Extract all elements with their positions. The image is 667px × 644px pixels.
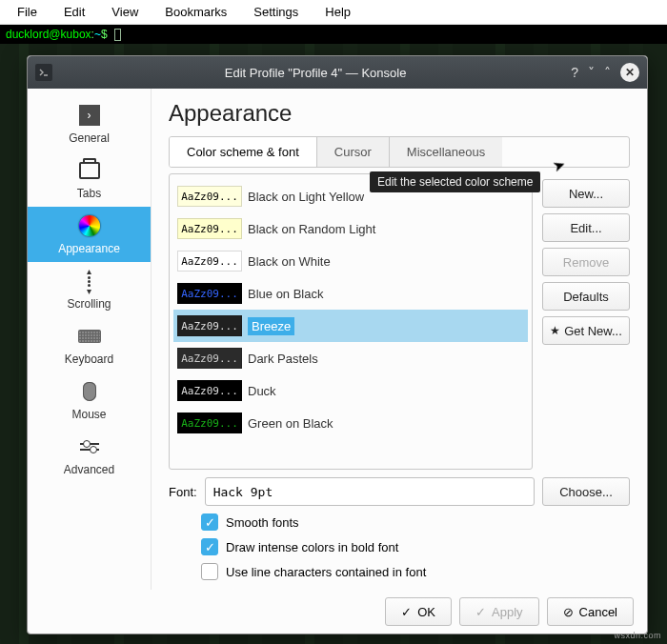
dialog-button-row: ✓OK ✓Apply ⊘Cancel [28, 590, 647, 634]
checkbox-icon [201, 513, 218, 531]
prompt-user-host: ducklord@kubox [6, 28, 91, 41]
sidebar-item-label: Keyboard [65, 352, 113, 366]
scheme-preview: AaZz09... [177, 315, 242, 336]
sidebar-item-appearance[interactable]: Appearance [28, 207, 151, 262]
chevron-right-icon: › [79, 105, 100, 126]
check-icon: ✓ [401, 605, 412, 619]
menu-edit[interactable]: Edit [51, 1, 98, 23]
scheme-preview: AaZz09... [177, 251, 242, 272]
tab-miscellaneous[interactable]: Miscellaneous [390, 137, 502, 167]
menu-bookmarks[interactable]: Bookmarks [152, 1, 240, 23]
defaults-button[interactable]: Defaults [542, 282, 630, 311]
terminal-cursor [114, 29, 121, 41]
ok-button[interactable]: ✓OK [385, 597, 452, 626]
color-scheme-row[interactable]: AaZz09...Breeze [173, 310, 528, 342]
scheme-preview: AaZz09... [177, 283, 242, 304]
scheme-name: Dark Pastels [248, 352, 318, 366]
scroll-icon: ▴▾ [87, 268, 91, 295]
sidebar-item-mouse[interactable]: Mouse [28, 372, 151, 428]
scheme-name: Black on White [248, 254, 331, 269]
color-scheme-row[interactable]: AaZz09...Duck [173, 374, 528, 407]
check-icon: ✓ [475, 605, 486, 619]
edit-button[interactable]: Edit... [542, 213, 630, 242]
sidebar-item-tabs[interactable]: Tabs [28, 151, 151, 207]
font-label: Font: [169, 485, 197, 499]
keyboard-icon [78, 330, 101, 343]
maximize-icon[interactable]: ˄ [604, 65, 611, 80]
apply-button[interactable]: ✓Apply [459, 597, 539, 626]
terminal-prompt[interactable]: ducklord@kubox:~$ [0, 25, 667, 44]
menubar: File Edit View Bookmarks Settings Help [0, 0, 667, 25]
checkbox-icon [201, 563, 218, 580]
sidebar-item-label: Advanced [64, 463, 114, 476]
mouse-icon [83, 382, 96, 401]
scheme-name: Breeze [248, 317, 294, 335]
star-icon: ★ [550, 324, 560, 337]
scheme-name: Black on Light Yellow [248, 190, 364, 204]
close-icon[interactable]: ✕ [620, 63, 639, 82]
color-scheme-row[interactable]: AaZz09...Green on Black [173, 407, 528, 439]
titlebar[interactable]: Edit Profile "Profile 4" — Konsole ? ˅ ˄… [28, 56, 647, 89]
sidebar-item-label: Mouse [71, 408, 106, 421]
color-wheel-icon [79, 215, 100, 236]
tab-color-scheme-font[interactable]: Color scheme & font [170, 137, 317, 167]
scheme-preview: AaZz09... [177, 348, 242, 369]
cancel-button[interactable]: ⊘Cancel [547, 597, 634, 626]
remove-button[interactable]: Remove [542, 248, 630, 276]
color-scheme-row[interactable]: AaZz09...Black on Random Light [173, 212, 528, 245]
sidebar-item-scrolling[interactable]: ▴▾ Scrolling [28, 262, 151, 317]
bold-intense-checkbox[interactable]: Draw intense colors in bold font [201, 538, 630, 555]
prompt-path: ~ [94, 28, 101, 41]
menu-view[interactable]: View [98, 1, 152, 23]
checkbox-icon [201, 538, 218, 555]
sidebar-item-keyboard[interactable]: Keyboard [28, 317, 151, 372]
scheme-name: Duck [248, 384, 276, 398]
color-scheme-row[interactable]: AaZz09...Blue on Black [173, 277, 528, 310]
watermark: wsxdn.com [614, 631, 661, 640]
color-scheme-list[interactable]: AaZz09...Black on Light YellowAaZz09...B… [169, 173, 533, 470]
menu-file[interactable]: File [4, 1, 51, 23]
minimize-icon[interactable]: ˅ [588, 65, 595, 80]
scheme-preview: AaZz09... [177, 380, 242, 401]
scheme-preview: AaZz09... [177, 218, 242, 239]
sidebar-item-label: Tabs [77, 187, 101, 200]
choose-font-button[interactable]: Choose... [542, 477, 630, 506]
sidebar-item-label: Appearance [58, 242, 120, 255]
window-controls: ? ˅ ˄ ✕ [571, 63, 639, 82]
help-icon[interactable]: ? [571, 65, 578, 80]
new-button[interactable]: New... [542, 179, 630, 208]
category-sidebar: › General Tabs Appearance ▴▾ Scrolling K… [28, 89, 152, 590]
line-chars-checkbox[interactable]: Use line characters contained in font [201, 563, 630, 580]
terminal-icon [35, 64, 52, 81]
sidebar-item-general[interactable]: › General [28, 96, 151, 151]
tab-cursor[interactable]: Cursor [317, 137, 390, 167]
menu-settings[interactable]: Settings [240, 1, 312, 23]
cancel-icon: ⊘ [563, 605, 574, 619]
scheme-preview: AaZz09... [177, 413, 242, 433]
sliders-icon [80, 443, 99, 451]
menu-help[interactable]: Help [312, 1, 364, 23]
smooth-fonts-checkbox[interactable]: Smooth fonts [201, 513, 630, 531]
font-field[interactable]: Hack 9pt [205, 477, 535, 506]
scheme-preview: AaZz09... [177, 186, 242, 207]
scheme-name: Green on Black [248, 416, 334, 431]
color-scheme-row[interactable]: AaZz09...Black on White [173, 245, 528, 277]
sidebar-item-label: Scrolling [67, 297, 111, 311]
folder-icon [79, 162, 100, 179]
sidebar-item-advanced[interactable]: Advanced [28, 428, 151, 483]
dialog-title: Edit Profile "Profile 4" — Konsole [60, 66, 571, 80]
color-scheme-row[interactable]: AaZz09...Dark Pastels [173, 342, 528, 374]
page-title: Appearance [169, 100, 630, 127]
edit-tooltip: Edit the selected color scheme [370, 171, 540, 192]
get-new-button[interactable]: ★Get New... [542, 316, 630, 345]
edit-profile-dialog: Edit Profile "Profile 4" — Konsole ? ˅ ˄… [27, 55, 648, 634]
scheme-name: Black on Random Light [248, 222, 375, 236]
sidebar-item-label: General [69, 131, 110, 145]
scheme-name: Blue on Black [248, 287, 324, 301]
